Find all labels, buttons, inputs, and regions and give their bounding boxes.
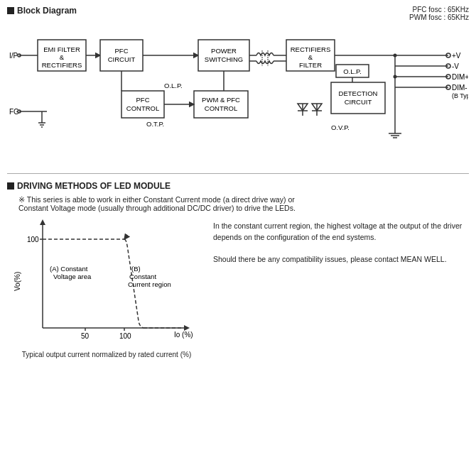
svg-rect-11 (38, 40, 86, 71)
right-text-line2: depends on the configuration of the end … (213, 232, 469, 243)
svg-point-2 (18, 54, 21, 57)
svg-text:FG: FG (9, 108, 19, 116)
svg-text:DETECTION: DETECTION (339, 89, 378, 97)
title-square-icon (7, 7, 14, 14)
svg-text:Voltage area: Voltage area (53, 273, 92, 280)
svg-point-40 (446, 64, 450, 68)
svg-text:RECTIFIERS: RECTIFIERS (291, 45, 330, 53)
svg-text:I/P: I/P (9, 52, 18, 60)
svg-text:CONTROL: CONTROL (126, 104, 159, 112)
svg-text:EMI FILTER: EMI FILTER (43, 45, 80, 53)
graph-container: Vo(%) Io (%) 100 50 100 (7, 218, 206, 349)
svg-text:100: 100 (119, 332, 131, 340)
svg-line-94 (124, 236, 126, 239)
pfc-info: PFC fosc : 65KHz PWM fosc : 65KHz (409, 6, 469, 21)
svg-text:PFC: PFC (136, 96, 150, 104)
svg-text:-V: -V (452, 62, 459, 70)
svg-point-45 (446, 75, 450, 79)
graph-svg: Vo(%) Io (%) 100 50 100 (7, 218, 206, 349)
svg-text:FILTER: FILTER (299, 61, 322, 69)
svg-marker-73 (312, 104, 322, 111)
svg-point-36 (446, 53, 450, 57)
right-text-line3: Should there be any compatibility issues… (213, 254, 469, 265)
block-diagram-label: Block Diagram (17, 6, 77, 16)
graph-section: Vo(%) Io (%) 100 50 100 (7, 218, 206, 358)
svg-rect-29 (286, 40, 335, 71)
svg-text:(A) Constant: (A) Constant (50, 265, 88, 273)
svg-text:DIM+: DIM+ (452, 73, 468, 81)
svg-text:50: 50 (81, 332, 90, 340)
svg-text:O.V.P.: O.V.P. (331, 124, 350, 131)
svg-marker-83 (184, 325, 190, 331)
svg-text:O.T.P.: O.T.P. (146, 120, 164, 128)
right-text-line1: In the constant current region, the high… (213, 221, 469, 232)
driving-note: This series is able to work in either Co… (7, 195, 469, 212)
svg-text:CONTROL: CONTROL (205, 104, 237, 112)
section-divider (7, 173, 469, 174)
svg-text:&: & (60, 53, 65, 61)
svg-text:&: & (308, 53, 313, 61)
svg-rect-52 (336, 65, 369, 77)
svg-text:O.L.P.: O.L.P. (343, 67, 362, 75)
svg-text:POWER: POWER (211, 47, 237, 55)
svg-text:PWM & PFC: PWM & PFC (202, 96, 240, 104)
svg-point-34 (394, 54, 397, 57)
svg-text:(B): (B) (131, 265, 141, 273)
svg-rect-16 (100, 40, 143, 71)
graph-caption: Typical output current normalized by rat… (7, 351, 206, 358)
svg-marker-82 (40, 219, 45, 225)
svg-marker-70 (298, 104, 308, 111)
svg-rect-63 (194, 91, 248, 118)
svg-text:CIRCUIT: CIRCUIT (345, 98, 372, 106)
svg-text:100: 100 (27, 236, 39, 243)
svg-text:Vo(%): Vo(%) (13, 272, 21, 291)
svg-text:Io (%): Io (%) (174, 331, 193, 339)
right-text: In the constant current region, the high… (213, 218, 469, 265)
bottom-content: Vo(%) Io (%) 100 50 100 (7, 218, 469, 358)
pfc-fosc: PFC fosc : 65KHz (409, 6, 469, 13)
svg-text:+V: +V (452, 52, 461, 60)
driving-title-square-icon (7, 182, 14, 190)
block-diagram-title: Block Diagram (7, 6, 469, 16)
driving-title-label: DRIVING METHODS OF LED MODULE (17, 181, 171, 191)
svg-rect-58 (121, 91, 164, 118)
svg-text:Current region: Current region (128, 280, 171, 288)
svg-text:RECTIFIERS: RECTIFIERS (42, 61, 82, 69)
diagram-svg: I/P FG EMI FILTER & RECTIFIERS PFC CIRCU… (8, 20, 468, 169)
svg-rect-55 (331, 82, 385, 114)
svg-point-5 (18, 110, 21, 113)
svg-text:SWITCHING: SWITCHING (205, 55, 243, 63)
svg-text:PFC: PFC (115, 47, 129, 55)
svg-rect-20 (198, 40, 249, 71)
top-section: Block Diagram PFC fosc : 65KHz PWM fosc … (0, 0, 476, 169)
block-diagram-area: I/P FG EMI FILTER & RECTIFIERS PFC CIRCU… (8, 20, 468, 169)
driving-title: DRIVING METHODS OF LED MODULE (7, 181, 469, 191)
svg-point-43 (394, 75, 397, 79)
svg-text:(B Type): (B Type) (452, 92, 468, 99)
svg-text:DIM-: DIM- (452, 84, 467, 92)
svg-text:O.L.P.: O.L.P. (164, 82, 183, 89)
driving-section: DRIVING METHODS OF LED MODULE This serie… (0, 178, 476, 358)
svg-point-49 (446, 85, 450, 89)
svg-text:CIRCUIT: CIRCUIT (108, 55, 136, 63)
svg-text:Constant: Constant (129, 273, 156, 280)
